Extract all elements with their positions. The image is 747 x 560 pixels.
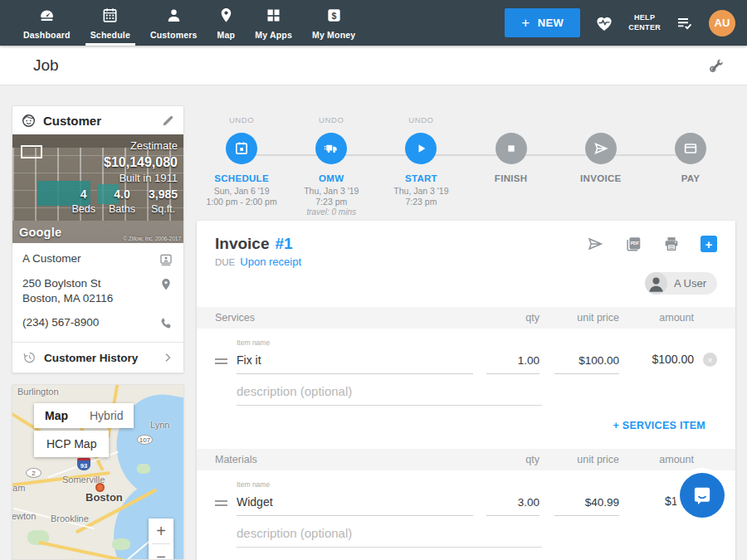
remove-item-icon[interactable]: × [703,353,717,367]
nav-item-my-apps[interactable]: My Apps [245,0,302,46]
baths-value: 4.0 [109,187,135,202]
due-terms-link[interactable]: Upon receipt [240,256,301,268]
map-label-burlington: Burlington [17,387,59,397]
street-view-icon[interactable] [21,145,42,158]
nav-item-my-money[interactable]: $ My Money [302,0,365,46]
start-step-button[interactable] [405,133,437,164]
step-omw: UNDO OMW Thu, Jan 3 '19 7:23 pm travel: … [286,115,376,217]
nav-item-map[interactable]: Map [208,0,246,46]
invoice-number[interactable]: #1 [275,235,292,253]
undo-link[interactable]: UNDO [319,115,344,127]
qty-header: qty [473,312,540,324]
send-invoice-step-button[interactable] [585,133,617,164]
nav-label: Map [217,30,236,40]
edit-pencil-icon[interactable] [161,114,175,128]
item-description-input[interactable] [237,379,542,406]
task-list-icon[interactable] [675,13,695,33]
unit-price-header: unit price [540,312,619,324]
route-107-shield: 107 [137,435,153,445]
item-name-label: Item name [237,480,270,489]
zestimate-value: $10,149,080 [71,153,178,172]
finish-step-button[interactable] [496,133,527,164]
zestimate-overlay: Zestimate $10,149,080 Built in 1911 4Bed… [71,139,178,216]
chat-bubble-button[interactable] [675,468,730,523]
drag-handle-icon[interactable] [215,358,237,374]
hybrid-button[interactable]: Hybrid [79,403,134,428]
step-label: PAY [681,173,701,183]
step-finish: FINISH [466,115,556,217]
zestimate-label: Zestimate [71,139,178,153]
qty-input[interactable] [486,351,540,374]
svg-text:PDF: PDF [631,241,639,246]
money-icon: $ [325,7,343,27]
sqft-label: Sq.ft. [149,202,178,217]
nav-label: Dashboard [23,30,71,40]
nav-label: My Money [312,30,355,40]
nav-item-dashboard[interactable]: Dashboard [13,0,81,46]
customer-face-icon [21,113,37,129]
help-center-link[interactable]: HELP CENTER [628,13,661,32]
add-materials-item-link[interactable]: + MATERIALS ITEM [197,548,735,560]
user-avatar[interactable]: AU [709,10,735,37]
add-services-item-link[interactable]: + SERVICES ITEM [197,406,735,436]
map-card[interactable]: Burlington Lynn Somerville Boston ham Ne… [12,384,184,560]
add-invoice-item-button[interactable]: + [701,236,717,252]
nav-item-schedule[interactable]: Schedule [81,0,140,46]
page-header: Job [0,46,747,85]
step-date: Thu, Jan 3 '19 [304,186,359,196]
zoom-in-button[interactable]: + [149,519,173,543]
drag-handle-icon[interactable] [215,500,237,516]
svg-text:$: $ [331,10,336,20]
job-settings-icon[interactable] [707,56,725,75]
chat-icon [680,473,725,518]
assigned-user-name: A User [674,277,706,290]
payment-card-step-button[interactable] [675,133,706,164]
qty-header: qty [473,454,540,465]
omw-step-button[interactable] [315,133,347,164]
map-label-boston: Boston [85,491,123,504]
step-label: FINISH [495,173,528,183]
item-description-input[interactable] [237,521,542,548]
material-line-item: Item name $122. [197,470,735,516]
chevron-right-icon [162,352,173,363]
item-name-input[interactable] [237,492,473,516]
step-time: 1:00 pm - 2:00 pm [206,197,276,207]
map-zoom-control: + − [149,519,173,560]
step-schedule: UNDO SCHEDULE Sun, Jan 6 '19 1:00 pm - 2… [197,115,286,217]
nav-right: + NEW HELP CENTER AU [505,0,735,46]
undo-link[interactable]: UNDO [229,115,254,127]
amount-header: amount [619,312,694,324]
location-pin-icon[interactable] [159,277,173,292]
pdf-icon[interactable]: PDF [624,235,642,253]
qty-input[interactable] [486,493,540,516]
map-pin-icon [217,7,235,27]
nav-label: Customers [150,30,198,40]
print-icon[interactable] [662,235,681,253]
new-button[interactable]: + NEW [505,8,580,37]
customer-name-row: A Customer [22,251,173,267]
address-line2: Boston, MA 02116 [22,292,113,304]
hcp-map-button[interactable]: HCP Map [34,431,109,457]
customer-history-link[interactable]: Customer History [12,342,183,373]
zoom-out-button[interactable]: − [149,544,173,560]
nav-item-customers[interactable]: Customers [140,0,208,46]
sidebar: Customer Zestimate $10,149,080 Built in … [12,105,184,560]
unit-price-input[interactable] [554,351,619,374]
health-heart-icon[interactable] [594,13,614,33]
built-year: Built in 1911 [71,171,178,186]
step-date: Thu, Jan 3 '19 [393,186,448,196]
step-time: 7:23 pm [405,197,437,207]
map-label-waltham: ham [12,483,25,493]
item-name-input[interactable] [237,350,473,374]
phone-icon[interactable] [159,316,173,331]
customers-icon [165,7,183,27]
step-label: START [405,173,437,183]
assigned-user-chip[interactable]: A User [645,272,717,295]
undo-link[interactable]: UNDO [408,115,433,127]
contact-card-icon[interactable] [159,252,173,267]
unit-price-input[interactable] [554,493,619,516]
send-invoice-icon[interactable] [586,235,604,253]
schedule-step-button[interactable] [226,133,257,164]
materials-section-header: Materials qty unit price amount [197,449,735,470]
map-button[interactable]: Map [34,403,79,428]
